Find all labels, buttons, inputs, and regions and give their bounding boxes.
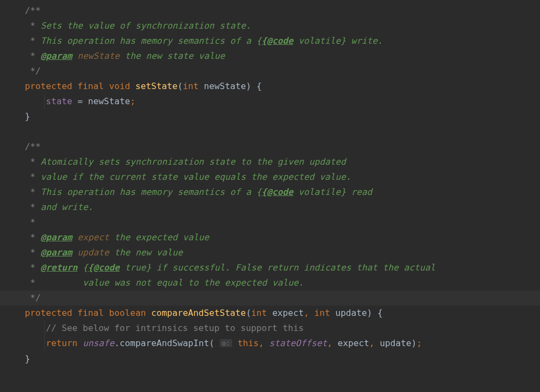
code-line: * value if the current state value equal…: [0, 170, 540, 185]
code-line: state = newState;: [0, 94, 540, 109]
code-line: /**: [0, 139, 540, 154]
code-line: return unsafe.compareAndSwapInt( o: this…: [0, 336, 540, 352]
code-line: * @param expect the expected value: [0, 230, 540, 245]
code-line: }: [0, 109, 540, 124]
code-line: protected final void setState(int newSta…: [0, 79, 540, 94]
code-line: */: [0, 64, 540, 79]
code-line: protected final boolean compareAndSetSta…: [0, 306, 540, 321]
code-line: [0, 124, 540, 139]
code-line: * @return {{@code true} if successful. F…: [0, 260, 540, 275]
inlay-hint: o:: [220, 339, 233, 347]
code-line: }: [0, 352, 540, 367]
code-line: * Atomically sets synchronization state …: [0, 154, 540, 170]
code-line: * Sets the value of synchronization stat…: [0, 18, 540, 33]
code-line: * This operation has memory semantics of…: [0, 33, 540, 49]
code-editor[interactable]: /** * Sets the value of synchronization …: [0, 0, 540, 367]
code-line: *: [0, 215, 540, 230]
code-line: * @param newState the new state value: [0, 49, 540, 64]
code-line-current: */: [0, 290, 540, 306]
code-line: * @param update the new value: [0, 245, 540, 260]
code-line: * and write.: [0, 200, 540, 215]
code-line: /**: [0, 3, 540, 18]
code-line: // See below for intrinsics setup to sup…: [0, 321, 540, 336]
code-line: * This operation has memory semantics of…: [0, 185, 540, 200]
code-line: * value was not equal to the expected va…: [0, 275, 540, 290]
